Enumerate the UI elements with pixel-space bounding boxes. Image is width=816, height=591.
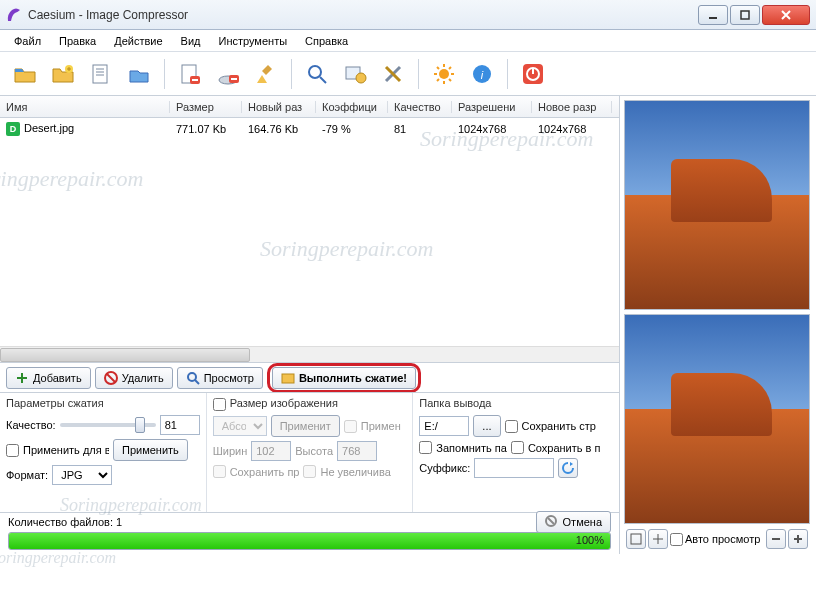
quality-label: Качество: <box>6 419 56 431</box>
file-count-label: Количество файлов: 1 <box>8 516 122 528</box>
preview-button[interactable]: Просмотр <box>177 367 263 389</box>
resize-apply-label: Примен <box>361 420 401 432</box>
preview-compressed[interactable] <box>624 314 810 524</box>
tools-icon[interactable] <box>376 57 410 91</box>
svg-rect-20 <box>631 534 641 544</box>
cancel-button[interactable]: Отмена <box>536 511 611 533</box>
keep-ratio-checkbox[interactable] <box>213 465 226 478</box>
menu-help[interactable]: Справка <box>297 33 356 49</box>
zoom-fit-icon[interactable] <box>626 529 646 549</box>
auto-preview-checkbox[interactable] <box>670 533 683 546</box>
cell-newsize: 164.76 Kb <box>242 123 316 135</box>
width-value[interactable] <box>251 441 291 461</box>
width-label: Ширин <box>213 445 248 457</box>
info-icon[interactable]: i <box>465 57 499 91</box>
panel-title: Размер изображения <box>230 397 338 409</box>
remove-icon[interactable] <box>173 57 207 91</box>
cell-name: Desert.jpg <box>24 122 74 134</box>
output-path-input[interactable] <box>419 416 469 436</box>
col-quality[interactable]: Качество <box>388 101 452 113</box>
panel-compression: Параметры сжатия Качество: Применить для… <box>0 393 207 512</box>
broom-icon[interactable] <box>249 57 283 91</box>
format-select[interactable]: JPG <box>52 465 112 485</box>
menu-edit[interactable]: Правка <box>51 33 104 49</box>
menu-view[interactable]: Вид <box>173 33 209 49</box>
open-folder-icon[interactable] <box>8 57 42 91</box>
no-upscale-checkbox[interactable] <box>303 465 316 478</box>
menu-action[interactable]: Действие <box>106 33 170 49</box>
delete-button[interactable]: Удалить <box>95 367 173 389</box>
image-settings-icon[interactable] <box>338 57 372 91</box>
close-button[interactable] <box>762 5 810 25</box>
save-in-checkbox[interactable] <box>511 441 524 454</box>
preview-controls: Авто просмотр <box>624 528 810 550</box>
table-row[interactable]: DDesert.jpg 771.07 Kb 164.76 Kb -79 % 81… <box>0 118 619 140</box>
suffix-input[interactable] <box>474 458 554 478</box>
maximize-button[interactable] <box>730 5 760 25</box>
cell-res: 1024x768 <box>452 123 532 135</box>
add-folder-icon[interactable] <box>46 57 80 91</box>
action-bar: Добавить Удалить Просмотр Выполнить сжат… <box>0 362 619 392</box>
remember-path-checkbox[interactable] <box>419 441 432 454</box>
file-table[interactable]: Имя Размер Новый раз Коэффици Качество Р… <box>0 96 619 346</box>
col-ratio[interactable]: Коэффици <box>316 101 388 113</box>
svg-point-11 <box>439 69 449 79</box>
new-list-icon[interactable] <box>84 57 118 91</box>
col-name[interactable]: Имя <box>0 101 170 113</box>
file-type-icon: D <box>6 122 20 136</box>
cell-size: 771.07 Kb <box>170 123 242 135</box>
auto-preview-label: Авто просмотр <box>685 533 764 545</box>
suffix-reset-button[interactable] <box>558 458 578 478</box>
zoom-icon[interactable] <box>300 57 334 91</box>
preview-original[interactable] <box>624 100 810 310</box>
col-res[interactable]: Разрешени <box>452 101 532 113</box>
watermark: Soringperepair.com <box>0 166 143 192</box>
cell-ratio: -79 % <box>316 123 388 135</box>
horizontal-scrollbar[interactable] <box>0 346 619 362</box>
progress-bar: 100% <box>8 532 611 550</box>
browse-button[interactable]: ... <box>473 415 500 437</box>
menu-file[interactable]: Файл <box>6 33 49 49</box>
apply-all-checkbox[interactable] <box>6 444 19 457</box>
cell-newres: 1024x768 <box>532 123 612 135</box>
quality-slider[interactable] <box>60 423 156 427</box>
zoom-actual-icon[interactable] <box>648 529 668 549</box>
minimize-button[interactable] <box>698 5 728 25</box>
zoom-out-icon[interactable] <box>766 529 786 549</box>
resize-mode-select[interactable]: Абсол <box>213 416 267 436</box>
zoom-in-icon[interactable] <box>788 529 808 549</box>
col-size[interactable]: Размер <box>170 101 242 113</box>
svg-rect-18 <box>282 374 294 383</box>
quality-value[interactable] <box>160 415 200 435</box>
panel-title: Папка вывода <box>419 397 613 409</box>
height-value[interactable] <box>337 441 377 461</box>
compress-highlight: Выполнить сжатие! <box>267 363 421 393</box>
table-header: Имя Размер Новый раз Коэффици Качество Р… <box>0 96 619 118</box>
svg-rect-3 <box>93 65 107 83</box>
preview-pane: Авто просмотр Soringperepair.com <box>620 96 814 554</box>
compress-button[interactable]: Выполнить сжатие! <box>272 367 416 389</box>
open-list-icon[interactable] <box>122 57 156 91</box>
svg-point-8 <box>309 66 321 78</box>
keep-structure-checkbox[interactable] <box>505 420 518 433</box>
svg-point-10 <box>356 73 366 83</box>
titlebar: Caesium - Image Compressor <box>0 0 816 30</box>
resize-enable-checkbox[interactable] <box>213 398 226 411</box>
sun-icon[interactable] <box>427 57 461 91</box>
clear-icon[interactable] <box>211 57 245 91</box>
add-button[interactable]: Добавить <box>6 367 91 389</box>
power-icon[interactable] <box>516 57 550 91</box>
col-newres[interactable]: Новое разр <box>532 101 612 113</box>
apply-all-label: Применить для в <box>23 444 109 456</box>
status-bar: Количество файлов: 1 Отмена <box>0 512 619 530</box>
col-newsize[interactable]: Новый раз <box>242 101 316 113</box>
resize-apply-checkbox[interactable] <box>344 420 357 433</box>
svg-point-17 <box>188 373 196 381</box>
panel-resize: Размер изображения Абсол Применит Примен… <box>207 393 414 512</box>
apply-quality-button[interactable]: Применить <box>113 439 188 461</box>
panel-output: Папка вывода ... Сохранить стр Запомнить… <box>413 393 619 512</box>
toolbar: i <box>0 52 816 96</box>
menu-tools[interactable]: Инструменты <box>210 33 295 49</box>
app-icon <box>6 7 22 23</box>
resize-apply-button[interactable]: Применит <box>271 415 340 437</box>
